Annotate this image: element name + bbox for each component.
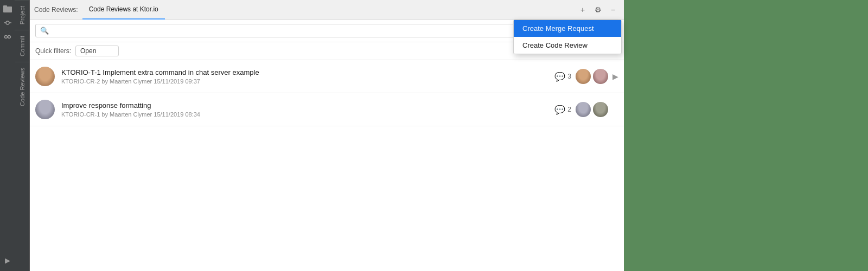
- svg-rect-1: [3, 5, 7, 8]
- review-meta-1: KTORIO-CR-2 by Maarten Clymer 15/11/2019…: [61, 78, 548, 85]
- comment-count-1: 💬 3: [554, 72, 571, 82]
- comment-count-2: 💬 2: [554, 105, 571, 115]
- remove-button[interactable]: −: [607, 3, 620, 16]
- review-right-2: 💬 2 ▶: [554, 102, 618, 117]
- reviewer-avatar-2b: [593, 102, 608, 117]
- dropdown-menu: Create Merge Request Create Code Review: [513, 20, 622, 54]
- review-item-2[interactable]: Improve response formatting KTORIO-CR-1 …: [30, 93, 624, 126]
- main-panel: Code Reviews: Code Reviews at Ktor.io + …: [30, 0, 624, 271]
- tab-code-reviews-ktor[interactable]: Code Reviews at Ktor.io: [82, 0, 165, 20]
- svg-point-5: [4, 36, 7, 38]
- review-list: KTORIO-T-1 Implement extra command in ch…: [30, 60, 624, 271]
- reviewer-avatar-1b: [593, 69, 608, 84]
- left-sidebar: ▶ Project Commit Code Reviews: [0, 0, 30, 271]
- reviewer-avatars-1: [576, 69, 608, 84]
- reviewer-avatars-2: [576, 102, 608, 117]
- quick-filters-label: Quick filters:: [35, 47, 71, 55]
- sidebar-icon-folder[interactable]: [0, 2, 15, 15]
- tab-actions: + ⚙ −: [576, 3, 620, 16]
- chevron-right-1: ▶: [612, 72, 618, 81]
- review-content-2: Improve response formatting KTORIO-CR-1 …: [61, 101, 548, 118]
- sidebar-icons: ▶: [0, 0, 15, 271]
- review-content-1: KTORIO-T-1 Implement extra command in ch…: [61, 68, 548, 85]
- sidebar-label-codereviews[interactable]: Code Reviews: [15, 62, 29, 112]
- comment-number-1: 3: [567, 73, 571, 80]
- tab-prefix-label: Code Reviews:: [34, 6, 82, 14]
- review-title-1: KTORIO-T-1 Implement extra command in ch…: [61, 68, 548, 76]
- sidebar-labels: Project Commit Code Reviews: [15, 0, 30, 271]
- review-avatar-2: [35, 100, 55, 119]
- create-merge-request-item[interactable]: Create Merge Request: [514, 20, 621, 37]
- review-meta-2: KTORIO-CR-1 by Maarten Clymer 15/11/2019…: [61, 111, 548, 118]
- settings-button[interactable]: ⚙: [591, 3, 604, 16]
- create-code-review-item[interactable]: Create Code Review: [514, 37, 621, 54]
- sidebar-icon-commit[interactable]: [0, 16, 15, 29]
- sidebar-label-commit[interactable]: Commit: [15, 30, 29, 62]
- quick-filters-value[interactable]: Open: [75, 46, 119, 56]
- comment-icon-1: 💬: [554, 72, 565, 82]
- reviewer-avatar-2a: [576, 102, 591, 117]
- sidebar-icon-codereview[interactable]: [0, 30, 15, 43]
- sidebar-label-project[interactable]: Project: [15, 0, 29, 30]
- review-item-1[interactable]: KTORIO-T-1 Implement extra command in ch…: [30, 60, 624, 93]
- add-button[interactable]: +: [576, 3, 589, 16]
- review-avatar-1: [35, 67, 55, 86]
- review-title-2: Improve response formatting: [61, 101, 548, 109]
- comment-icon-2: 💬: [554, 105, 565, 115]
- reviewer-avatar-1a: [576, 69, 591, 84]
- svg-point-2: [6, 21, 9, 24]
- search-icon: 🔍: [40, 27, 49, 35]
- review-right-1: 💬 3 ▶: [554, 69, 618, 84]
- svg-point-6: [8, 36, 10, 38]
- sidebar-icon-play[interactable]: ▶: [0, 256, 15, 269]
- green-background-area: [624, 0, 868, 271]
- comment-number-2: 2: [567, 106, 571, 113]
- tab-bar: Code Reviews: Code Reviews at Ktor.io + …: [30, 0, 624, 20]
